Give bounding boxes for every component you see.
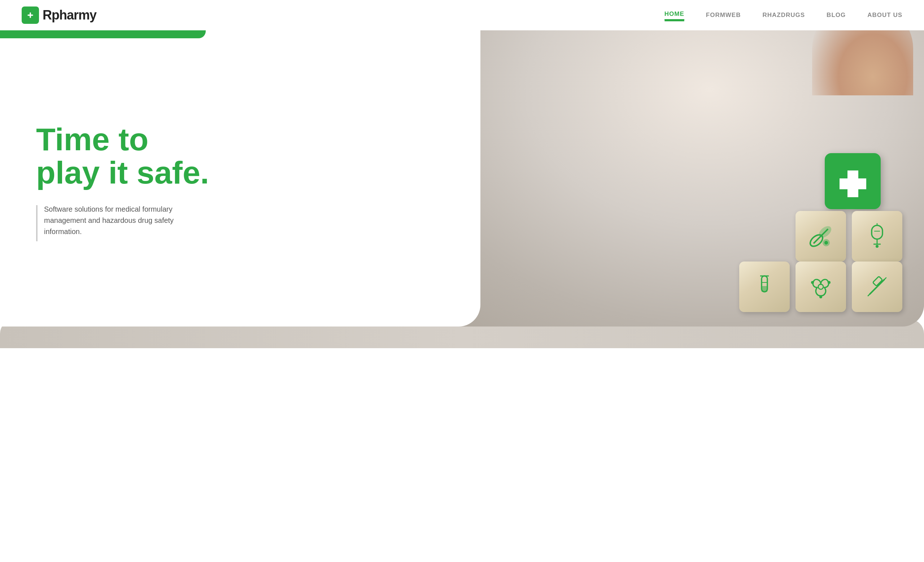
nav-about[interactable]: ABOUT US [867,12,902,19]
svg-rect-6 [872,225,882,239]
header: Rpharmy HOME FORMWEB RHAZDRUGS BLOG ABOU… [0,0,924,30]
logo[interactable]: Rpharmy [22,6,96,24]
pill-block [795,211,846,261]
iv-bag-block [852,211,902,261]
hero-subtext-area: Software solutions for medical formulary… [36,204,455,241]
test-tube-block [739,261,790,312]
hand-overlay [812,30,913,95]
hero-left-panel: Time to play it safe. Software solutions… [0,30,480,326]
green-cross-block [825,153,880,209]
svg-rect-21 [873,276,882,286]
nav-blog[interactable]: BLOG [826,12,846,19]
svg-point-16 [818,284,823,289]
svg-point-18 [811,281,814,284]
nav-home[interactable]: HOME [664,11,684,20]
biohazard-block [795,261,846,312]
logo-icon [22,6,39,24]
hero-divider-line [36,205,38,241]
svg-point-11 [876,245,879,248]
nav-formweb[interactable]: FORMWEB [706,12,741,19]
hero-heading: Time to play it safe. [36,123,455,189]
svg-rect-13 [762,286,767,292]
syringe-block [852,261,902,312]
svg-point-19 [828,281,831,284]
blocks-row-middle [795,211,902,261]
brand-name: Rpharmy [43,8,96,23]
svg-point-5 [824,241,828,245]
svg-line-22 [868,294,870,296]
blocks-container [751,153,902,305]
hero-section: Time to play it safe. Software solutions… [0,30,924,326]
svg-point-17 [819,296,822,298]
main-nav: HOME FORMWEB RHAZDRUGS BLOG ABOUT US [664,11,902,20]
green-swoosh-decoration [0,30,206,38]
svg-line-23 [884,278,886,279]
hero-subtext: Software solutions for medical formulary… [44,204,181,237]
nav-rhazdrugs[interactable]: RHAZDRUGS [763,12,805,19]
blocks-row-bottom [739,261,902,312]
